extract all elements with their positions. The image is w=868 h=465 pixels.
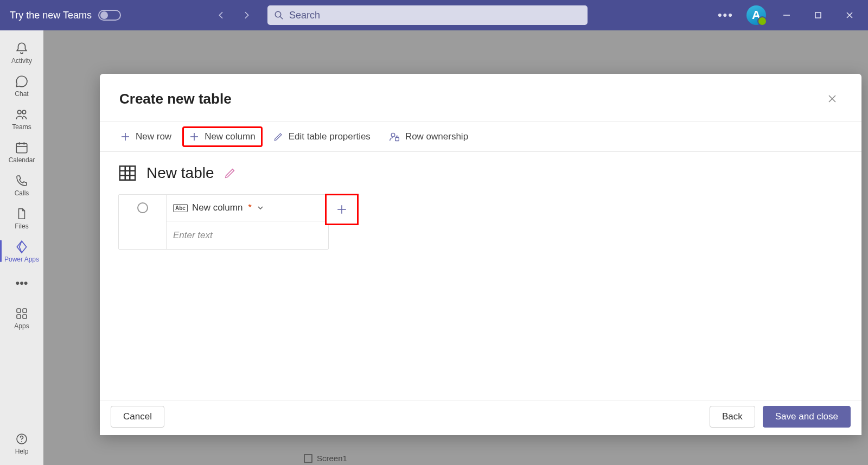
nav-back-button[interactable] — [213, 8, 228, 23]
window-close-button[interactable] — [839, 4, 860, 26]
select-all-cell[interactable] — [119, 195, 167, 221]
calendar-icon — [15, 141, 29, 155]
main-background: Screen1 Create new table New row — [43, 30, 868, 465]
titlebar-right: ••• A — [714, 0, 868, 30]
phone-icon — [15, 174, 28, 188]
person-lock-icon — [389, 131, 400, 142]
back-label: Back — [722, 411, 743, 422]
window-minimize-button[interactable] — [776, 4, 797, 26]
column-header[interactable]: Abc New column * — [167, 195, 328, 221]
rail-item-calendar[interactable]: Calendar — [3, 135, 41, 168]
svg-point-7 — [22, 110, 26, 114]
table-name-label: New table — [146, 164, 214, 182]
bell-icon — [15, 41, 29, 55]
svg-rect-8 — [16, 143, 27, 152]
chevron-down-icon — [257, 205, 264, 211]
create-table-modal: Create new table New row — [100, 74, 861, 435]
new-row-button[interactable]: New row — [113, 127, 179, 146]
try-new-teams-toggle[interactable] — [98, 10, 121, 21]
table-row: Enter text — [119, 221, 328, 249]
svg-point-25 — [391, 133, 395, 137]
nav-forward-button[interactable] — [239, 8, 254, 23]
new-row-label: New row — [136, 131, 171, 142]
rail-label-apps: Apps — [14, 322, 29, 330]
rail-label-teams: Teams — [12, 123, 31, 131]
svg-point-17 — [21, 441, 22, 442]
bg-screen-item: Screen1 — [304, 454, 347, 463]
titlebar-more-button[interactable]: ••• — [714, 8, 737, 22]
app-shell: Activity Chat Teams Calendar Calls — [0, 30, 868, 465]
svg-rect-3 — [815, 12, 821, 18]
file-icon — [16, 207, 28, 221]
svg-line-1 — [280, 16, 283, 19]
add-column-button[interactable] — [325, 194, 359, 225]
rail-item-powerapps[interactable]: Power Apps — [3, 234, 41, 267]
rail-item-activity[interactable]: Activity — [3, 36, 41, 69]
pencil-icon — [273, 132, 283, 142]
help-icon — [15, 432, 28, 446]
titlebar: Try the new Teams Search ••• A — [0, 0, 868, 30]
rail-more-button[interactable]: ••• — [15, 270, 28, 297]
teams-icon — [15, 107, 29, 122]
svg-rect-13 — [23, 309, 27, 313]
row-ownership-label: Row ownership — [405, 131, 468, 142]
powerapps-icon — [15, 240, 29, 254]
modal-title: Create new table — [119, 91, 232, 107]
svg-rect-15 — [23, 315, 27, 319]
save-and-close-button[interactable]: Save and close — [763, 406, 851, 428]
back-button[interactable]: Back — [710, 406, 755, 428]
cell-input[interactable]: Enter text — [167, 221, 328, 249]
rail-item-teams[interactable]: Teams — [3, 102, 41, 135]
try-new-teams-toggle-area: Try the new Teams — [0, 10, 121, 21]
modal-footer: Cancel Back Save and close — [100, 400, 861, 435]
text-type-icon: Abc — [173, 204, 188, 212]
rail-item-chat[interactable]: Chat — [3, 69, 41, 102]
edit-props-label: Edit table properties — [289, 131, 371, 142]
column-header-label: New column — [192, 202, 243, 213]
close-icon — [827, 94, 837, 104]
svg-point-6 — [17, 110, 21, 114]
window-maximize-button[interactable] — [807, 4, 829, 26]
search-placeholder: Search — [289, 10, 320, 21]
edit-table-properties-button[interactable]: Edit table properties — [266, 127, 378, 146]
rail-item-calls[interactable]: Calls — [3, 168, 41, 201]
radio-empty-icon — [137, 202, 148, 213]
svg-rect-12 — [17, 309, 21, 313]
app-rail: Activity Chat Teams Calendar Calls — [0, 30, 43, 465]
nav-arrows — [213, 8, 254, 23]
row-select-cell[interactable] — [119, 221, 167, 249]
apps-icon — [15, 307, 28, 321]
new-column-label: New column — [205, 131, 256, 142]
rename-table-button[interactable] — [224, 167, 236, 179]
bg-screen-label: Screen1 — [317, 454, 347, 463]
required-star-icon: * — [248, 203, 251, 213]
rail-label-activity: Activity — [11, 57, 32, 65]
search-icon — [274, 10, 284, 20]
rail-item-help[interactable]: Help — [3, 426, 41, 465]
plus-icon — [189, 132, 199, 142]
svg-rect-26 — [395, 138, 399, 141]
new-column-button[interactable]: New column — [182, 126, 263, 147]
modal-toolbar: New row New column Edit table properties — [100, 122, 861, 152]
rail-label-calendar: Calendar — [9, 156, 35, 164]
table-icon — [118, 164, 137, 182]
avatar[interactable]: A — [746, 5, 766, 25]
svg-rect-27 — [120, 166, 135, 180]
save-close-label: Save and close — [775, 411, 838, 422]
modal-header: Create new table — [100, 74, 861, 122]
table-grid: Abc New column * — [118, 194, 329, 250]
search-input[interactable]: Search — [267, 5, 588, 25]
avatar-initial: A — [752, 8, 761, 22]
rail-label-chat: Chat — [15, 90, 28, 98]
rail-item-apps[interactable]: Apps — [3, 301, 41, 334]
svg-rect-18 — [304, 455, 312, 462]
row-ownership-button[interactable]: Row ownership — [381, 127, 476, 146]
table-title-row: New table — [118, 164, 843, 182]
cancel-button[interactable]: Cancel — [111, 406, 164, 428]
rail-item-files[interactable]: Files — [3, 201, 41, 234]
svg-rect-14 — [17, 315, 21, 319]
plus-icon — [120, 132, 130, 142]
cell-placeholder: Enter text — [173, 230, 213, 241]
modal-body: New table Abc New column — [100, 152, 861, 400]
modal-close-button[interactable] — [822, 89, 842, 109]
